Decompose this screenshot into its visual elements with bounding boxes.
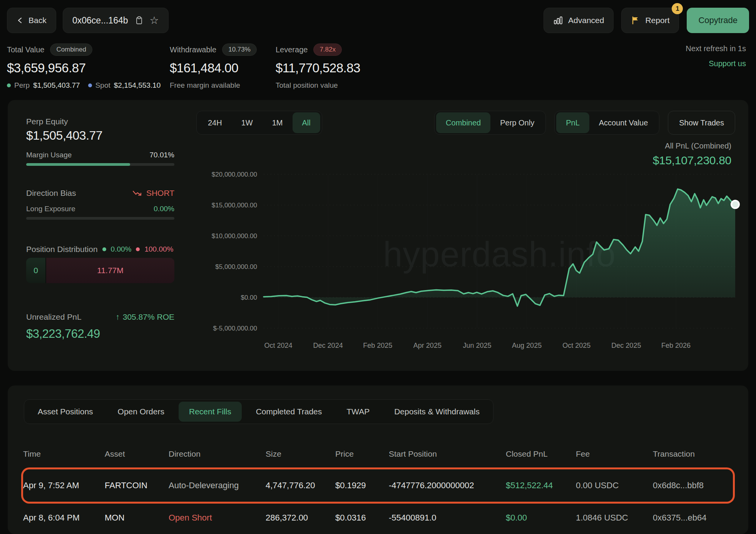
x-tick-label: Jun 2025 bbox=[463, 342, 491, 349]
tab-open-orders[interactable]: Open Orders bbox=[107, 402, 175, 422]
portfolio-card: Perp Equity $1,505,403.77 Margin Usage 7… bbox=[8, 100, 748, 371]
tab-completed-trades[interactable]: Completed Trades bbox=[246, 402, 333, 422]
range-1w[interactable]: 1W bbox=[232, 112, 263, 133]
report-button[interactable]: Report 1 bbox=[621, 8, 679, 33]
dist-long-pct: 0.00% bbox=[111, 245, 132, 254]
spot-dot bbox=[88, 83, 92, 87]
metric-pnl[interactable]: PnL bbox=[556, 112, 589, 133]
leverage-sub: Total position value bbox=[276, 81, 391, 90]
total-value-stat: Total Value Combined $3,659,956.87 Perp … bbox=[7, 43, 169, 90]
advanced-button[interactable]: Advanced bbox=[544, 8, 614, 33]
short-dot bbox=[136, 247, 140, 251]
cell-time: Apr 9, 7:52 AM bbox=[23, 481, 105, 491]
y-tick-label: $15,000,000.00 bbox=[212, 202, 257, 209]
perp-dot bbox=[7, 83, 11, 87]
total-value: $3,659,956.87 bbox=[7, 61, 169, 75]
direction-bias-label: Direction Bias bbox=[26, 189, 76, 198]
cell-direction: Auto-Deleveraging bbox=[169, 481, 266, 491]
range-24h[interactable]: 24H bbox=[198, 112, 232, 133]
wallet-address-pill[interactable]: 0x06ce...164b ☆ bbox=[63, 8, 169, 33]
back-label: Back bbox=[28, 16, 47, 25]
chevron-left-icon bbox=[17, 17, 23, 24]
support-us-link[interactable]: Support us bbox=[686, 59, 746, 68]
long-exposure-label: Long Exposure bbox=[26, 205, 75, 213]
leverage-stat: Leverage 7.82x $11,770,528.83 Total posi… bbox=[276, 43, 391, 90]
cell-price: $0.1929 bbox=[335, 481, 389, 491]
tab-recent-fills[interactable]: Recent Fills bbox=[179, 402, 242, 422]
source-combined[interactable]: Combined bbox=[436, 112, 490, 133]
x-tick-label: Feb 2026 bbox=[661, 342, 691, 349]
all-pnl-value: $15,107,230.80 bbox=[653, 154, 731, 167]
margin-usage-bar bbox=[26, 163, 174, 166]
x-tick-label: Apr 2025 bbox=[413, 342, 442, 349]
table-body: Apr 9, 7:52 AMFARTCOINAuto-Deleveraging4… bbox=[23, 469, 733, 534]
perp-equity-label: Perp Equity bbox=[26, 117, 68, 126]
cell-direction: Open Short bbox=[169, 513, 266, 523]
copy-icon[interactable] bbox=[135, 16, 143, 25]
y-tick-label: $20,000,000.00 bbox=[212, 171, 257, 178]
copytrade-button[interactable]: Copytrade bbox=[687, 8, 749, 33]
cell-transaction-link[interactable]: 0x6375...eb64 bbox=[653, 513, 733, 523]
tab-deposits-withdrawals[interactable]: Deposits & Withdrawals bbox=[384, 402, 490, 422]
range-all[interactable]: All bbox=[293, 112, 320, 133]
table-row[interactable]: Apr 8, 6:04 PMMONOpen Short286,372.00$0.… bbox=[23, 502, 733, 534]
copytrade-label: Copytrade bbox=[698, 15, 738, 25]
long-exposure-bar bbox=[26, 217, 174, 220]
margin-usage-value: 70.01% bbox=[150, 151, 174, 159]
cell-asset: FARTCOIN bbox=[105, 481, 169, 491]
flag-icon bbox=[631, 16, 640, 25]
col-price: Price bbox=[335, 449, 389, 459]
direction-bias-value: SHORT bbox=[146, 189, 174, 198]
x-tick-label: Dec 2025 bbox=[611, 342, 641, 349]
top-bar: Back 0x06ce...164b ☆ Advanced Report 1 C… bbox=[7, 8, 749, 33]
cell-asset: MON bbox=[105, 513, 169, 523]
tab-twap[interactable]: TWAP bbox=[336, 402, 380, 422]
all-pnl-header: All PnL (Combined) $15,107,230.80 bbox=[653, 142, 731, 167]
tab-asset-positions[interactable]: Asset Positions bbox=[27, 402, 104, 422]
activity-card: Asset PositionsOpen OrdersRecent FillsCo… bbox=[8, 385, 748, 534]
withdrawable-sub: Free margin available bbox=[170, 81, 274, 90]
cell-transaction-link[interactable]: 0x6d8c...bbf8 bbox=[653, 481, 733, 491]
position-distribution-label: Position Distribution bbox=[26, 245, 98, 254]
wallet-address: 0x06ce...164b bbox=[72, 15, 128, 26]
fills-table: TimeAssetDirectionSizePriceStart Positio… bbox=[23, 443, 733, 534]
cell-price: $0.0316 bbox=[335, 513, 389, 523]
position-distribution-bar: 0 11.77M bbox=[26, 258, 174, 283]
leverage-label: Leverage bbox=[276, 45, 308, 54]
margin-usage-label: Margin Usage bbox=[26, 151, 72, 159]
unrealized-pnl-label: Unrealized PnL bbox=[26, 312, 82, 322]
withdrawable-stat: Withdrawable 10.73% $161,484.00 Free mar… bbox=[170, 43, 274, 90]
last-point-marker bbox=[731, 200, 739, 208]
withdrawable-value: $161,484.00 bbox=[170, 61, 274, 75]
table-header: TimeAssetDirectionSizePriceStart Positio… bbox=[23, 443, 733, 465]
leverage-value: $11,770,528.83 bbox=[276, 61, 391, 75]
dist-short-segment: 11.77M bbox=[46, 258, 174, 283]
col-closed-pnl: Closed PnL bbox=[506, 449, 576, 459]
withdrawable-label: Withdrawable bbox=[170, 45, 216, 54]
unrealized-pnl-value: $3,223,762.49 bbox=[26, 327, 100, 341]
perp-label: Perp bbox=[14, 81, 30, 90]
col-asset: Asset bbox=[105, 449, 169, 459]
source-perp-only[interactable]: Perp Only bbox=[490, 112, 544, 133]
x-tick-label: Oct 2025 bbox=[562, 342, 590, 349]
refresh-countdown: Next refresh in 1s bbox=[686, 44, 746, 53]
col-direction: Direction bbox=[169, 449, 266, 459]
table-row[interactable]: Apr 9, 7:52 AMFARTCOINAuto-Deleveraging4… bbox=[23, 469, 733, 502]
back-button[interactable]: Back bbox=[7, 8, 56, 33]
favorite-star-icon[interactable]: ☆ bbox=[150, 15, 159, 26]
chart-mode-controls: CombinedPerp Only PnLAccount Value Show … bbox=[434, 111, 735, 135]
cell-closed-pnl: $512,522.44 bbox=[506, 481, 576, 491]
show-trades-button[interactable]: Show Trades bbox=[668, 111, 735, 135]
y-tick-label: $5,000,000.00 bbox=[215, 263, 257, 270]
long-dot bbox=[102, 247, 106, 251]
bar-chart-icon bbox=[553, 15, 563, 25]
unrealized-roe: 305.87% ROE bbox=[123, 312, 174, 322]
metric-account-value[interactable]: Account Value bbox=[589, 112, 658, 133]
perp-equity-value: $1,505,403.77 bbox=[26, 128, 102, 143]
range-1m[interactable]: 1M bbox=[263, 112, 293, 133]
cell-size: 286,372.00 bbox=[266, 513, 335, 523]
perp-value: $1,505,403.77 bbox=[33, 81, 80, 90]
top-bar-actions: Advanced Report 1 Copytrade bbox=[544, 8, 749, 33]
roe-up-arrow-icon: ↑ bbox=[115, 312, 120, 322]
cell-fee: 1.0846 USDC bbox=[576, 513, 653, 523]
